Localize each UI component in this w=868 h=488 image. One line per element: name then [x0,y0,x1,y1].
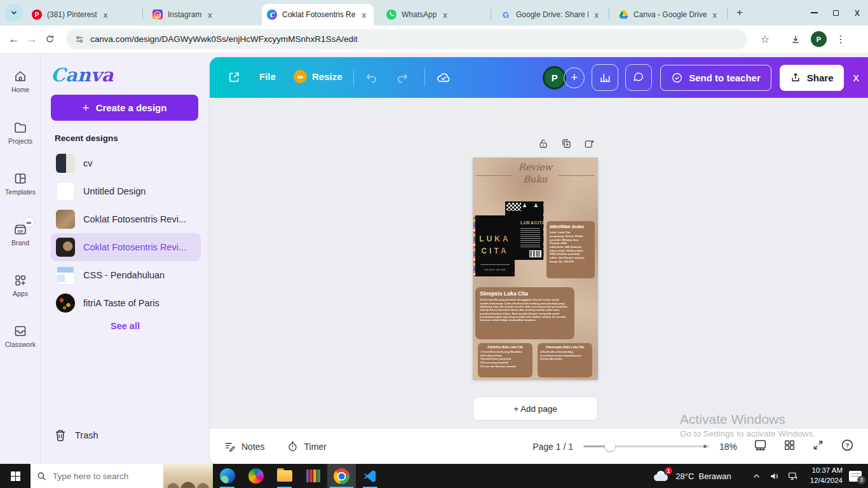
close-editor-button[interactable]: x [853,71,860,85]
grid-view-button[interactable] [783,439,796,454]
tab-canva-active[interactable]: C Coklat Fotosentris Re x [262,4,374,25]
hidden-icons-chevron[interactable] [752,472,761,480]
kelebihan-box[interactable]: Kelebihan Buku Luka Cita 1.Tema Emosiona… [478,343,532,377]
design-item-css[interactable]: CSS - Pendahuluan [51,261,201,289]
close-tab-icon[interactable]: x [593,10,600,20]
taskbar-chrome[interactable] [327,464,356,488]
new-tab-button[interactable]: + [732,5,747,20]
trash-button[interactable]: Trash [55,429,98,442]
share-button[interactable]: Share [780,65,844,91]
back-button[interactable]: ← [5,30,23,48]
url-field[interactable]: canva.com/design/DAGWyWwk0Ss/enjHcWFxcyy… [66,29,747,49]
reload-button[interactable] [41,30,58,48]
file-menu-button[interactable]: File [259,71,276,82]
action-center-button[interactable]: 3 [849,471,862,482]
redo-icon [395,71,409,85]
notes-button[interactable]: Notes [224,440,265,452]
plus-icon: + [83,101,90,115]
see-all-link[interactable]: See all [41,321,210,331]
create-design-button[interactable]: + Create a design [51,95,198,121]
editor-canvas[interactable]: Review Buku ♟ ♟ LUKACITA [210,98,868,429]
taskbar-file-explorer[interactable] [270,464,299,488]
taskbar-search[interactable] [31,464,163,488]
tab-google-drive-share[interactable]: G Google Drive: Share F x [496,4,605,25]
design-item-coklat-2-selected[interactable]: Coklat Fotosentris Revi... [51,233,201,261]
sidebar-item-templates[interactable]: Templates [0,171,41,196]
svg-text:?: ? [846,442,850,449]
undo-button[interactable] [365,71,379,85]
add-member-button[interactable]: + [564,67,585,88]
close-tab-icon[interactable]: x [442,10,449,20]
site-info-icon[interactable] [75,35,84,44]
sidebar-item-home[interactable]: Home [0,69,41,93]
share-upload-icon [790,72,801,83]
design-title[interactable]: Review Buku [473,161,598,186]
resize-button[interactable]: Resize [294,70,342,83]
send-to-teacher-button[interactable]: Send to teacher [660,65,771,91]
close-tab-icon[interactable]: x [207,10,214,20]
tab-title: Coklat Fotosentris Re [282,10,355,19]
comments-button[interactable] [625,64,652,91]
download-icon[interactable] [787,30,804,48]
sidebar-item-apps[interactable]: Apps [0,273,41,297]
sidebar-item-classwork[interactable]: Classwork [0,323,41,348]
close-tab-icon[interactable]: x [102,10,109,20]
canva-logo[interactable]: Canva [51,64,114,86]
design-page[interactable]: Review Buku ♟ ♟ LUKACITA [473,158,598,380]
tab-whatsapp[interactable]: WhatsApp x [381,4,487,25]
close-tab-icon[interactable]: x [712,10,719,20]
weather-icon[interactable]: 1 [654,470,670,482]
sidebar-item-brand[interactable]: co Brand [0,222,41,247]
volume-icon[interactable] [770,471,779,481]
design-item-fitria[interactable]: fitriA Taste of Paris [51,289,201,317]
close-tab-icon[interactable]: x [360,10,367,20]
open-in-new-button[interactable] [227,71,241,84]
browser-profile-avatar[interactable]: P [811,31,827,47]
book-covers-image[interactable]: ♟ ♟ LUKACITA LUKA CITA VALERIE PATKAR [473,201,544,276]
taskbar-widget-thumbnail[interactable] [163,464,213,488]
help-button[interactable]: ? [841,438,854,454]
minimize-button[interactable] [803,0,825,25]
duplicate-page-button[interactable] [560,138,572,152]
identitas-buku-box[interactable]: identitas buku judul: Luka Cita pengaran… [546,221,595,278]
add-page-icon-button[interactable] [583,138,595,152]
start-button[interactable] [0,464,31,488]
taskbar-winrar[interactable] [299,464,327,488]
sinopsis-box[interactable]: Sinopsis Luka Cita Untuk mereka yang ber… [475,287,574,339]
close-window-button[interactable]: x [846,0,868,25]
design-item-cv[interactable]: cv [51,149,201,177]
user-avatar[interactable]: P [543,66,566,90]
tab-search-button[interactable] [5,4,23,21]
front-cover-rule [480,264,510,265]
zoom-slider-knob[interactable] [605,441,615,451]
taskbar-copilot[interactable] [241,464,270,488]
network-icon[interactable] [788,471,798,481]
forward-button[interactable]: → [23,30,41,48]
zoom-slider[interactable] [583,445,709,447]
design-item-untitled[interactable]: Untitled Design [51,177,201,205]
tab-instagram[interactable]: Instagram x [147,4,254,25]
taskbar-edge[interactable] [213,464,241,488]
pro-crown-icon [294,70,307,83]
taskbar-vscode[interactable] [356,464,384,488]
browser-menu-icon[interactable]: ⋮ [832,30,850,48]
bookmark-star-icon[interactable]: ☆ [756,30,774,48]
fullscreen-button[interactable] [812,439,824,454]
cloud-save-status[interactable] [436,70,451,85]
search-input[interactable] [53,471,148,481]
tab-pinterest[interactable]: P (381) Pinterest x [27,4,137,25]
tab-canva-google-drive[interactable]: Canva - Google Drive x [614,4,723,25]
add-page-button[interactable]: + Add page [473,396,598,421]
kekurangan-box[interactable]: Kekurangan Buku Luka Cita 1.Kisah ada su… [538,343,592,377]
design-item-coklat-1[interactable]: Coklat Fotosentris Revi... [51,205,201,233]
redo-button[interactable] [395,71,409,85]
weather-text[interactable]: 28°C Berawan [675,471,731,481]
insights-button[interactable] [592,64,618,91]
timer-button[interactable]: Timer [287,440,327,452]
restore-button[interactable] [825,0,846,25]
lock-page-button[interactable] [538,138,549,152]
sidebar-item-projects[interactable]: Projects [0,120,41,145]
taskbar-clock[interactable]: 10:37 AM 12/4/2024 [810,466,843,485]
tab-divider [491,8,491,19]
pages-view-button[interactable] [754,439,767,454]
